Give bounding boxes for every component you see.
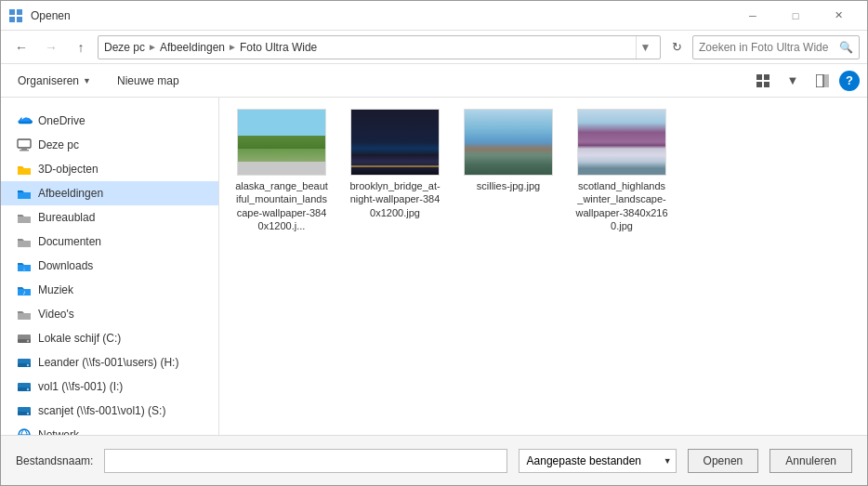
window-icon xyxy=(8,8,23,23)
view-mode-button[interactable] xyxy=(750,69,776,93)
breadcrumb-seg1[interactable]: Afbeeldingen xyxy=(160,41,225,54)
folder-music-icon: ♪ xyxy=(16,282,33,298)
window-title: Openen xyxy=(31,9,731,22)
file-thumbnail-scillies xyxy=(464,109,553,176)
breadcrumb-arrow-2: ► xyxy=(228,42,237,52)
file-name-brooklyn: brooklyn_bridge_at-night-wallpaper-3840x… xyxy=(349,179,441,219)
sidebar-item-bureaublad[interactable]: Bureaublad xyxy=(1,205,218,230)
sidebar-item-afbeeldingen[interactable]: Afbeeldingen xyxy=(1,181,218,205)
file-item-brooklyn[interactable]: brooklyn_bridge_at-night-wallpaper-3840x… xyxy=(344,105,446,236)
address-bar[interactable]: Deze pc ► Afbeeldingen ► Foto Ultra Wide… xyxy=(98,35,661,59)
sidebar-item-onedrive[interactable]: OneDrive xyxy=(1,109,218,133)
sidebar-item-label-3d-objecten: 3D-objecten xyxy=(38,163,99,176)
view-dropdown-button[interactable]: ▼ xyxy=(780,69,806,93)
cancel-button[interactable]: Annuleren xyxy=(769,449,852,473)
drive-icon xyxy=(16,330,33,347)
sidebar-item-label-muziek: Muziek xyxy=(38,283,73,296)
open-button[interactable]: Openen xyxy=(688,449,759,473)
folder-dl-icon: ↓ xyxy=(16,257,33,274)
file-item-alaska[interactable]: alaska_range_beautiful_mountain_landscap… xyxy=(230,105,333,236)
forward-button[interactable]: → xyxy=(38,34,64,60)
sidebar: OneDriveDeze pc3D-objectenAfbeeldingenBu… xyxy=(1,98,219,435)
svg-rect-3 xyxy=(17,17,22,22)
new-folder-button[interactable]: Nieuwe map xyxy=(108,69,189,93)
svg-text:♪: ♪ xyxy=(22,289,26,296)
file-name-scotland: scotland_highlands_winter_landscape-wall… xyxy=(575,179,668,232)
breadcrumb-arrow-1: ► xyxy=(148,42,157,52)
sidebar-item-label-bureaublad: Bureaublad xyxy=(38,211,95,224)
address-toolbar: ← → ↑ Deze pc ► Afbeeldingen ► Foto Ultr… xyxy=(1,31,867,64)
sidebar-item-vol1[interactable]: vol1 (\\fs-001) (I:) xyxy=(1,374,218,399)
folder-3d-icon xyxy=(16,161,33,177)
search-icon: 🔍 xyxy=(839,41,853,54)
sidebar-item-label-afbeeldingen: Afbeeldingen xyxy=(38,187,103,200)
filename-input[interactable] xyxy=(104,449,506,473)
up-button[interactable]: ↑ xyxy=(68,34,94,60)
breadcrumb-root[interactable]: Deze pc xyxy=(104,41,145,54)
folder-desk-icon xyxy=(16,209,33,226)
svg-rect-7 xyxy=(764,82,769,87)
organize-button[interactable]: Organiseren ▼ xyxy=(8,69,100,93)
sidebar-item-scanjet[interactable]: scanjet (\\fs-001\vol1) (S:) xyxy=(1,399,218,423)
minimize-button[interactable]: ─ xyxy=(731,1,774,31)
file-thumbnail-scotland xyxy=(577,109,666,176)
svg-rect-10 xyxy=(18,139,31,148)
pc-icon xyxy=(16,137,33,153)
folder-afb-icon xyxy=(16,185,33,202)
sidebar-item-deze-pc[interactable]: Deze pc xyxy=(1,133,218,157)
back-button[interactable]: ← xyxy=(8,34,34,60)
search-input[interactable] xyxy=(699,41,839,54)
sidebar-item-label-downloads: Downloads xyxy=(38,259,93,272)
sidebar-item-label-onedrive: OneDrive xyxy=(38,114,85,127)
sidebar-item-label-lokale-schijf: Lokale schijf (C:) xyxy=(38,332,121,345)
filetype-select[interactable]: Aangepaste bestanden ▼ xyxy=(519,449,677,473)
maximize-button[interactable]: □ xyxy=(774,1,817,31)
svg-rect-0 xyxy=(9,9,15,15)
file-thumbnail-alaska xyxy=(237,109,326,176)
organize-chevron-icon: ▼ xyxy=(83,76,91,85)
file-area: alaska_range_beautiful_mountain_landscap… xyxy=(219,98,867,435)
view-mode-icon xyxy=(756,74,769,87)
filetype-dropdown-icon: ▼ xyxy=(664,456,672,466)
svg-rect-5 xyxy=(764,74,769,80)
svg-rect-9 xyxy=(824,74,829,87)
sidebar-item-label-deze-pc: Deze pc xyxy=(38,138,79,151)
sidebar-item-label-leander: Leander (\\fs-001\users) (H:) xyxy=(38,356,178,369)
sidebar-item-muziek[interactable]: ♪Muziek xyxy=(1,278,218,302)
svg-text:↓: ↓ xyxy=(23,266,26,271)
sidebar-item-netwerk[interactable]: Netwerk xyxy=(1,423,218,435)
file-name-scillies: scillies-jpg.jpg xyxy=(477,179,540,192)
svg-point-20 xyxy=(27,363,29,365)
onedrive-icon xyxy=(16,112,33,129)
sidebar-item-label-vol1: vol1 (\\fs-001) (I:) xyxy=(38,380,123,393)
sidebar-item-documenten[interactable]: Documenten xyxy=(1,230,218,254)
main-content: OneDriveDeze pc3D-objectenAfbeeldingenBu… xyxy=(1,98,867,435)
svg-rect-1 xyxy=(17,9,22,15)
file-name-alaska: alaska_range_beautiful_mountain_landscap… xyxy=(235,179,328,232)
file-item-scotland[interactable]: scotland_highlands_winter_landscape-wall… xyxy=(571,105,673,236)
netdrive-icon xyxy=(16,378,33,395)
close-button[interactable]: ✕ xyxy=(817,1,860,31)
file-item-scillies[interactable]: scillies-jpg.jpg xyxy=(457,105,559,236)
help-button[interactable]: ? xyxy=(839,71,860,91)
sidebar-item-videos[interactable]: Video's xyxy=(1,302,218,326)
sidebar-item-downloads[interactable]: ↓Downloads xyxy=(1,254,218,278)
preview-icon xyxy=(816,74,829,87)
breadcrumb: Deze pc ► Afbeeldingen ► Foto Ultra Wide xyxy=(104,41,632,54)
titlebar: Openen ─ □ ✕ xyxy=(1,1,867,31)
filetype-value: Aangepaste bestanden xyxy=(527,454,641,467)
netdrive-icon xyxy=(16,354,33,371)
refresh-button[interactable]: ↻ xyxy=(664,35,689,59)
svg-point-17 xyxy=(27,339,29,341)
sidebar-item-3d-objecten[interactable]: 3D-objecten xyxy=(1,157,218,181)
address-dropdown-button[interactable]: ▼ xyxy=(636,35,654,59)
bottom-bar: Bestandsnaam: Aangepaste bestanden ▼ Ope… xyxy=(1,435,867,485)
sidebar-item-label-videos: Video's xyxy=(38,308,74,321)
breadcrumb-seg2[interactable]: Foto Ultra Wide xyxy=(240,41,317,54)
sidebar-item-leander[interactable]: Leander (\\fs-001\users) (H:) xyxy=(1,350,218,374)
file-thumbnail-brooklyn xyxy=(350,109,440,176)
view-controls: ▼ ? xyxy=(750,69,860,93)
svg-rect-12 xyxy=(20,150,29,151)
sidebar-item-lokale-schijf[interactable]: Lokale schijf (C:) xyxy=(1,326,218,350)
preview-pane-button[interactable] xyxy=(809,69,835,93)
